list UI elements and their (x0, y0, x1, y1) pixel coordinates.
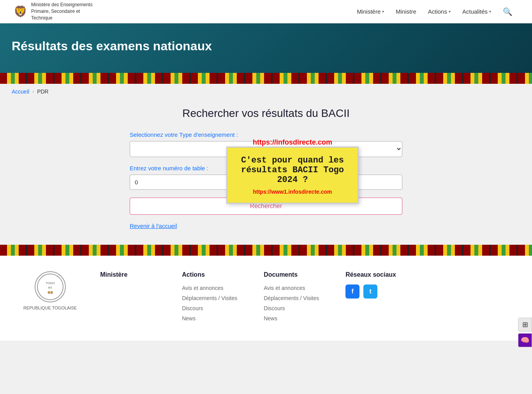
actions-avis[interactable]: Avis et annonces (182, 285, 223, 291)
lion-icon: 🦁 (12, 4, 27, 19)
footer-actions-list: Avis et annonces Déplacements / Visites … (182, 284, 240, 322)
brand: 🦁 Ministère des Enseignements Primaire, … (12, 2, 93, 21)
nav-ministere[interactable]: Ministère ▾ (357, 8, 384, 15)
svg-text:🦁: 🦁 (14, 5, 27, 18)
popup-url-top: https://infosdirecte.com (253, 138, 332, 146)
list-item: Avis et annonces (182, 284, 240, 292)
actions-deplacements[interactable]: Déplacements / Visites (182, 295, 237, 301)
docs-deplacements[interactable]: Déplacements / Visites (264, 295, 319, 301)
list-item: News (182, 315, 240, 322)
list-item: Déplacements / Visites (182, 295, 240, 302)
breadcrumb-current: PDR (37, 88, 49, 95)
footer-logo: TOGO RT 🦁🦁 REPUBLIQUE TOGOLAISE (23, 271, 77, 310)
footer-documents-list: Avis et annonces Déplacements / Visites … (264, 284, 322, 322)
social-icons: f t (345, 284, 404, 299)
chat-widget[interactable]: 🧠 (518, 333, 532, 341)
accessibility-widget[interactable]: ⊞ (518, 318, 532, 332)
breadcrumb-section: Accueil › PDR (0, 84, 532, 99)
main-content: Rechercher vos résultats du BACII Select… (0, 99, 532, 245)
back-link[interactable]: Revenir à l'accueil (130, 223, 402, 229)
top-pattern-strip (0, 73, 532, 84)
footer-ministere-title: Ministère (100, 271, 159, 278)
svg-text:🦁🦁: 🦁🦁 (48, 291, 53, 294)
popup-ad-top: https://infosdirecte.com (226, 138, 359, 147)
popup-message: C'est pour quand les résultats BACII Tog… (241, 155, 344, 185)
docs-discours[interactable]: Discours (264, 305, 285, 311)
breadcrumb-home[interactable]: Accueil (12, 88, 29, 95)
nav-ministre[interactable]: Ministre (396, 8, 416, 15)
svg-text:RT: RT (48, 286, 52, 290)
actions-news[interactable]: News (182, 315, 196, 322)
footer-col-ministere: Ministère (100, 271, 159, 284)
footer-col-documents: Documents Avis et annonces Déplacements … (264, 271, 322, 325)
breadcrumb: Accueil › PDR (12, 88, 520, 95)
footer-col-social: Réseaux sociaux f t (345, 271, 404, 299)
bottom-pattern-strip (0, 245, 532, 256)
list-item: Discours (182, 305, 240, 312)
chevron-down-icon: ▾ (382, 9, 384, 14)
footer: TOGO RT 🦁🦁 REPUBLIQUE TOGOLAISE Ministèr… (0, 256, 532, 341)
footer-logo-image: TOGO RT 🦁🦁 (35, 271, 66, 302)
breadcrumb-separator: › (32, 89, 34, 94)
brand-text: Ministère des Enseignements Primaire, Se… (31, 2, 93, 21)
list-item: Déplacements / Visites (264, 295, 322, 302)
docs-news[interactable]: News (264, 315, 277, 322)
facebook-button[interactable]: f (345, 284, 359, 299)
hero-title: Résultats des examens nationaux (12, 39, 520, 53)
form-title: Rechercher vos résultats du BACII (130, 107, 402, 120)
footer-documents-title: Documents (264, 271, 322, 278)
popup-box: C'est pour quand les résultats BACII Tog… (226, 147, 359, 204)
side-widgets: ⊞ 🧠 (518, 318, 532, 341)
nav-actions[interactable]: Actions ▾ (428, 8, 451, 15)
form-container: Rechercher vos résultats du BACII Select… (130, 107, 402, 229)
chevron-down-icon: ▾ (449, 9, 451, 14)
hero-banner: Résultats des examens nationaux (0, 23, 532, 73)
footer-logo-text: REPUBLIQUE TOGOLAISE (23, 306, 77, 310)
list-item: Avis et annonces (264, 284, 322, 292)
docs-avis[interactable]: Avis et annonces (264, 285, 305, 291)
footer-col-actions: Actions Avis et annonces Déplacements / … (182, 271, 240, 325)
select-label: Selectionnez votre Type d'enseignement : (130, 131, 402, 138)
navbar-links: Ministère ▾ Ministre Actions ▾ Actualité… (357, 7, 513, 16)
twitter-button[interactable]: t (363, 284, 377, 299)
search-button[interactable]: 🔍 (503, 7, 513, 16)
nav-actualites[interactable]: Actualités ▾ (462, 8, 491, 15)
list-item: News (264, 315, 322, 322)
svg-text:TOGO: TOGO (46, 281, 55, 285)
popup-overlay: https://infosdirecte.com C'est pour quan… (226, 138, 359, 204)
chevron-down-icon: ▾ (489, 9, 491, 14)
footer-social-title: Réseaux sociaux (345, 271, 404, 278)
popup-url-bottom: https://www1.infosdirecte.com (239, 189, 346, 195)
republic-seal: TOGO RT 🦁🦁 (37, 273, 64, 300)
list-item: Discours (264, 305, 322, 312)
navbar: 🦁 Ministère des Enseignements Primaire, … (0, 0, 532, 23)
footer-actions-title: Actions (182, 271, 240, 278)
actions-discours[interactable]: Discours (182, 305, 203, 311)
